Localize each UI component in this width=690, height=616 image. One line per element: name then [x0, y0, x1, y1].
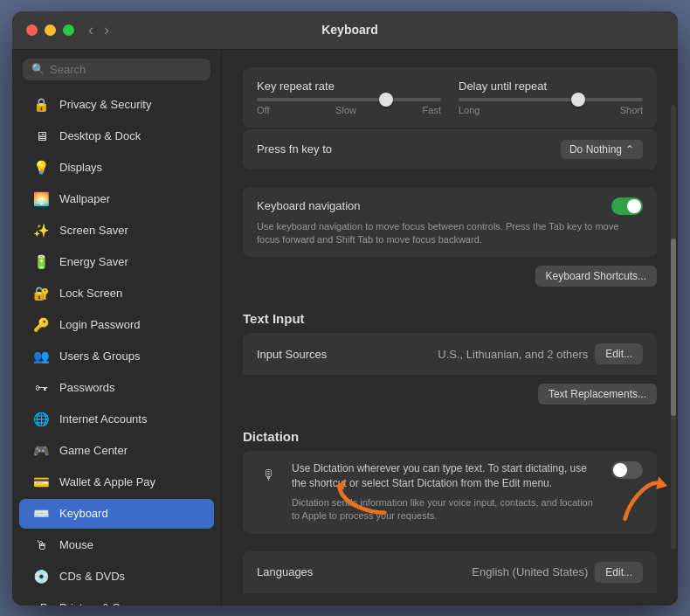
dictation-row: 🎙 Use Dictation wherever you can type te… [243, 451, 657, 533]
title-bar: ‹ › Keyboard [12, 11, 678, 50]
sidebar-label-desktop-dock: Desktop & Dock [59, 129, 141, 142]
nav-buttons: ‹ › [85, 20, 113, 39]
keyboard-nav-row: Keyboard navigation Use keyboard navigat… [243, 187, 657, 258]
traffic-lights [26, 24, 74, 36]
key-repeat-label: Key repeat rate [257, 80, 335, 93]
privacy-icon: 🔒 [31, 95, 51, 114]
languages-section: Languages English (United States) Edit..… [243, 551, 657, 593]
fn-key-section: Press fn key to Do Nothing ⌃ [243, 129, 657, 170]
cds-dvds-icon: 💿 [31, 567, 51, 586]
fn-key-select[interactable]: Do Nothing ⌃ [561, 140, 643, 159]
text-replacements-btn-row: Text Replacements... [243, 377, 657, 412]
sidebar-item-keyboard[interactable]: ⌨️ Keyboard [19, 499, 214, 529]
sidebar-item-wallet-applepay[interactable]: 💳 Wallet & Apple Pay [19, 467, 214, 497]
window-title: Keyboard [123, 23, 576, 37]
close-button[interactable] [26, 24, 38, 36]
sidebar-item-printers-scanners[interactable]: 🖨 Printers & Scanners [19, 593, 214, 606]
sidebar-label-keyboard: Keyboard [59, 507, 108, 520]
mouse-icon: 🖱 [31, 536, 51, 555]
sidebar-label-login-password: Login Password [59, 318, 141, 331]
sidebar-label-screen-saver: Screen Saver [59, 224, 128, 237]
keyboard-shortcuts-button[interactable]: Keyboard Shortcuts... [535, 266, 657, 287]
sidebar-item-desktop-dock[interactable]: 🖥 Desktop & Dock [19, 121, 214, 151]
sidebar-label-energy-saver: Energy Saver [59, 255, 128, 268]
languages-edit-button[interactable]: Edit... [595, 562, 643, 583]
key-repeat-slow: Slow [335, 105, 356, 115]
passwords-icon: 🗝 [31, 378, 51, 398]
sidebar-item-passwords[interactable]: 🗝 Passwords [19, 373, 214, 403]
energy-saver-icon: 🔋 [31, 253, 51, 272]
languages-right: English (United States) Edit... [472, 562, 643, 583]
content-area: 🔍 🔒 Privacy & Security 🖥 Desktop & Dock … [12, 50, 678, 606]
key-repeat-fast: Fast [423, 105, 441, 115]
fn-key-row: Press fn key to Do Nothing ⌃ [243, 129, 657, 170]
sidebar-label-internet-accounts: Internet Accounts [59, 412, 147, 426]
sidebar-label-wallet-applepay: Wallet & Apple Pay [59, 475, 155, 488]
sidebar-label-lock-screen: Lock Screen [59, 287, 122, 300]
text-replacements-button[interactable]: Text Replacements... [538, 384, 657, 405]
forward-button[interactable]: › [100, 20, 113, 39]
search-icon: 🔍 [31, 63, 45, 75]
fullscreen-button[interactable] [63, 24, 74, 36]
screen-saver-icon: ✨ [31, 221, 51, 240]
sidebar-item-cds-dvds[interactable]: 💿 CDs & DVDs [19, 562, 214, 592]
microphone-icon: 🎙 [257, 463, 281, 488]
minimize-button[interactable] [45, 24, 56, 36]
text-input-section: Text Input Input Sources U.S., Lithuania… [243, 311, 657, 412]
keyboard-nav-toggle[interactable] [611, 197, 643, 215]
keyboard-nav-label: Keyboard navigation [257, 199, 361, 212]
sidebar-item-screen-saver[interactable]: ✨ Screen Saver [19, 216, 214, 246]
internet-accounts-icon: 🌐 [31, 410, 51, 429]
languages-label: Languages [257, 565, 313, 578]
sliders-section: Key repeat rate Off Slow Fast [243, 67, 657, 128]
keyboard-icon: ⌨️ [31, 504, 51, 523]
sidebar-item-wallpaper[interactable]: 🌅 Wallpaper [19, 184, 214, 214]
dictation-toggle-knob [613, 463, 627, 477]
delay-long: Long [459, 105, 480, 115]
dictation-header: Dictation [243, 429, 657, 444]
desktop-icon: 🖥 [31, 127, 51, 146]
sidebar-item-mouse[interactable]: 🖱 Mouse [19, 530, 214, 560]
main-wrapper: Key repeat rate Off Slow Fast [222, 50, 678, 606]
sidebar-item-displays[interactable]: 💡 Displays [19, 153, 214, 183]
delay-until-repeat-track[interactable] [459, 98, 643, 101]
search-input[interactable] [50, 63, 202, 76]
scrollbar-track[interactable] [671, 105, 676, 550]
back-button[interactable]: ‹ [85, 20, 97, 39]
sidebar: 🔍 🔒 Privacy & Security 🖥 Desktop & Dock … [12, 50, 222, 606]
fn-key-value: Do Nothing [569, 143, 622, 156]
lock-screen-icon: 🔐 [31, 284, 51, 303]
keyboard-nav-description: Use keyboard navigation to move focus be… [257, 220, 643, 247]
sidebar-item-game-center[interactable]: 🎮 Game Center [19, 436, 214, 466]
sidebar-label-users-groups: Users & Groups [59, 350, 140, 363]
key-repeat-thumb[interactable] [379, 93, 393, 107]
sidebar-label-mouse: Mouse [59, 538, 93, 551]
key-repeat-track[interactable] [257, 98, 441, 101]
system-preferences-window: ‹ › Keyboard 🔍 🔒 Privacy & Security 🖥 De… [12, 11, 678, 606]
main-panel: Key repeat rate Off Slow Fast [222, 50, 678, 606]
text-input-header: Text Input [243, 311, 657, 326]
sidebar-item-lock-screen[interactable]: 🔐 Lock Screen [19, 279, 214, 308]
sidebar-item-users-groups[interactable]: 👥 Users & Groups [19, 342, 214, 371]
game-center-icon: 🎮 [31, 441, 51, 460]
delay-until-repeat-slider-group: Delay until repeat Long Short [459, 80, 643, 115]
sidebar-label-privacy-security: Privacy & Security [59, 98, 151, 111]
scrollbar-thumb[interactable] [671, 239, 676, 417]
keyboard-nav-section: Keyboard navigation Use keyboard navigat… [243, 187, 657, 294]
input-sources-row: Input Sources U.S., Lithuanian, and 2 ot… [243, 333, 657, 375]
sidebar-item-privacy-security[interactable]: 🔒 Privacy & Security [19, 90, 214, 120]
sidebar-item-internet-accounts[interactable]: 🌐 Internet Accounts [19, 405, 214, 434]
delay-until-repeat-label: Delay until repeat [459, 80, 547, 93]
sidebar-item-energy-saver[interactable]: 🔋 Energy Saver [19, 247, 214, 277]
key-repeat-off: Off [257, 105, 269, 115]
input-sources-edit-button[interactable]: Edit... [595, 343, 643, 364]
search-box[interactable]: 🔍 [23, 59, 210, 80]
fn-key-label: Press fn key to [257, 142, 332, 156]
wallet-icon: 💳 [31, 473, 51, 492]
key-repeat-slider-group: Key repeat rate Off Slow Fast [257, 80, 441, 115]
sidebar-item-login-password[interactable]: 🔑 Login Password [19, 310, 214, 340]
dictation-toggle[interactable] [611, 461, 643, 479]
delay-until-repeat-thumb[interactable] [571, 93, 585, 107]
printers-scanners-icon: 🖨 [31, 599, 51, 606]
dictation-text-block: Use Dictation wherever you can type text… [292, 461, 601, 523]
